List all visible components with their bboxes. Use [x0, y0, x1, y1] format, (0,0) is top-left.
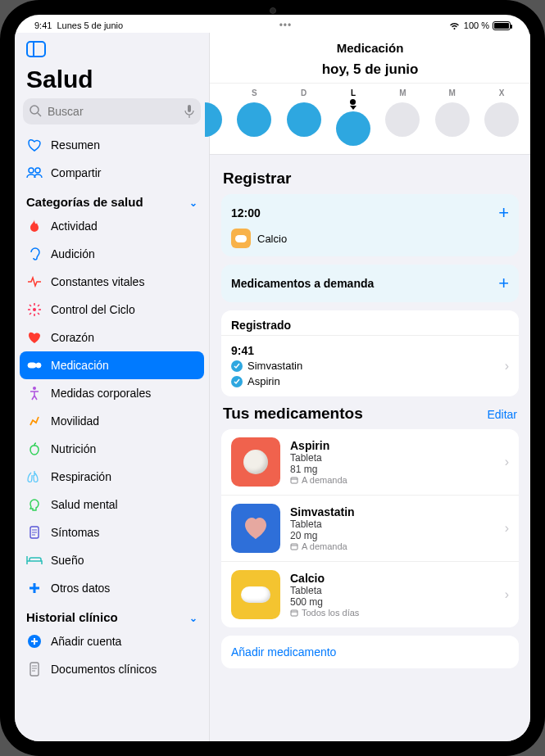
svg-line-13 — [38, 313, 39, 315]
sidebar-item-mobility[interactable]: Movilidad — [15, 407, 209, 435]
sidebar-item-sleep[interactable]: Sueño — [15, 546, 209, 574]
svg-line-14 — [30, 313, 31, 315]
sidebar-item-add-account[interactable]: Añadir cuenta — [15, 627, 209, 655]
sidebar-item-hearing[interactable]: Audición — [15, 240, 209, 268]
chevron-right-icon: › — [505, 455, 509, 469]
bed-icon — [26, 552, 43, 568]
sidebar-item-label: Nutrición — [51, 442, 96, 455]
battery-pct: 100 % — [464, 20, 489, 30]
registered-card: Registrado 9:41 Simvastatin Aspirin › — [221, 310, 519, 396]
sidebar-item-nutrition[interactable]: Nutrición — [15, 435, 209, 463]
sidebar: Salud Resumen — [15, 33, 210, 741]
day-dot-icon — [336, 111, 370, 146]
day-dot-icon — [435, 102, 470, 137]
check-icon — [231, 360, 243, 372]
app-title: Salud — [15, 66, 209, 98]
registered-header: Registrado — [221, 310, 519, 336]
sidebar-item-cycle[interactable]: Control del Ciclo — [15, 296, 209, 324]
sidebar-item-label: Medicación — [51, 359, 109, 372]
sidebar-item-label: Añadir cuenta — [51, 635, 121, 648]
sidebar-item-label: Movilidad — [51, 414, 99, 428]
day-dot-icon — [237, 102, 271, 137]
med-row[interactable]: Calcio Tableta 500 mg Todos los días › — [221, 561, 519, 627]
registered-row[interactable]: 9:41 Simvastatin Aspirin › — [221, 336, 519, 396]
section-health-records[interactable]: Historial clínico ⌃ — [15, 602, 209, 627]
svg-point-6 — [35, 168, 40, 173]
med-row[interactable]: Simvastatin Tableta 20 mg A demanda › — [221, 495, 519, 561]
sidebar-item-label: Documentos clínicos — [51, 663, 157, 676]
svg-line-3 — [38, 113, 41, 116]
svg-point-18 — [33, 387, 36, 390]
med-tile-icon — [231, 570, 280, 619]
pills-icon — [26, 357, 43, 373]
calendar-icon — [290, 542, 298, 550]
sidebar-item-summary[interactable]: Resumen — [15, 131, 209, 159]
svg-point-17 — [36, 363, 41, 368]
heart-outline-icon — [26, 137, 43, 153]
sidebar-item-vitals[interactable]: Constantes vitales — [15, 268, 209, 296]
med-row[interactable]: Aspirin Tableta 81 mg A demanda › — [221, 429, 519, 495]
sidebar-item-label: Salud mental — [51, 498, 118, 511]
chevron-right-icon: › — [505, 359, 509, 373]
mic-icon[interactable] — [184, 104, 194, 122]
sidebar-item-symptoms[interactable]: Síntomas — [15, 518, 209, 546]
apple-icon — [26, 441, 43, 457]
day-col-active[interactable]: L — [336, 88, 370, 146]
sidebar-item-label: Sueño — [51, 554, 84, 567]
multitask-dots[interactable]: ••• — [279, 20, 293, 31]
svg-rect-4 — [188, 105, 191, 112]
svg-rect-16 — [28, 363, 36, 368]
sidebar-item-medication[interactable]: Medicación — [20, 351, 204, 379]
page-subtitle: hoy, 5 de junio — [210, 61, 530, 83]
log-med-name: Calcio — [257, 233, 287, 245]
log-card-scheduled[interactable]: 12:00 + Calcio — [221, 194, 519, 256]
log-card-ondemand[interactable]: Medicamentos a demanda + — [221, 265, 519, 302]
calendar-icon — [290, 609, 298, 617]
day-col[interactable]: M — [435, 88, 470, 146]
document-icon — [26, 661, 43, 677]
day-col[interactable]: D — [287, 88, 321, 146]
sidebar-item-label: Otros datos — [51, 582, 110, 595]
chevron-down-icon: ⌃ — [189, 612, 198, 623]
sidebar-item-body[interactable]: Medidas corporales — [15, 379, 209, 407]
battery-icon — [493, 21, 511, 30]
status-bar: 9:41 Lunes 5 de junio ••• 100 % — [15, 15, 530, 33]
day-col[interactable]: S — [237, 88, 271, 146]
sidebar-item-other[interactable]: Otros datos — [15, 574, 209, 602]
day-col[interactable]: X — [484, 88, 519, 146]
add-ondemand-icon[interactable]: + — [498, 273, 509, 294]
sidebar-item-heart[interactable]: Corazón — [15, 324, 209, 351]
plus-icon — [26, 580, 43, 596]
sidebar-item-mental[interactable]: Salud mental — [15, 491, 209, 518]
page-title: Medicación — [210, 38, 530, 61]
sidebar-item-respiratory[interactable]: Respiración — [15, 463, 209, 491]
svg-rect-28 — [30, 663, 39, 676]
status-time: 9:41 — [34, 20, 52, 30]
status-date: Lunes 5 de junio — [57, 20, 123, 30]
flame-icon — [26, 218, 43, 234]
sidebar-item-activity[interactable]: Actividad — [15, 212, 209, 240]
search-input[interactable] — [23, 98, 201, 124]
svg-line-12 — [30, 305, 31, 306]
sidebar-item-label: Audición — [51, 247, 95, 260]
sidebar-item-sharing[interactable]: Compartir — [15, 159, 209, 187]
sidebar-item-label: Corazón — [51, 331, 94, 344]
sidebar-toggle-icon[interactable] — [26, 41, 48, 59]
section-health-categories[interactable]: Categorías de salud ⌃ — [15, 187, 209, 212]
pill-chip-icon — [231, 229, 251, 248]
wifi-icon — [448, 21, 461, 30]
svg-rect-32 — [291, 478, 297, 483]
day-dot-icon — [287, 102, 321, 137]
sidebar-item-label: Síntomas — [51, 526, 99, 539]
registered-time: 9:41 — [231, 344, 302, 357]
day-col[interactable]: M — [385, 88, 420, 146]
sidebar-item-clinical-docs[interactable]: Documentos clínicos — [15, 655, 209, 683]
add-log-icon[interactable]: + — [498, 202, 509, 224]
day-strip[interactable]: S D L M — [210, 83, 530, 154]
svg-point-2 — [30, 106, 39, 114]
lungs-icon — [26, 469, 43, 485]
edit-button[interactable]: Editar — [487, 408, 517, 421]
add-medication-button[interactable]: Añadir medicamento — [221, 636, 519, 668]
plus-circle-icon — [26, 633, 43, 650]
med-tile-icon — [231, 437, 280, 487]
